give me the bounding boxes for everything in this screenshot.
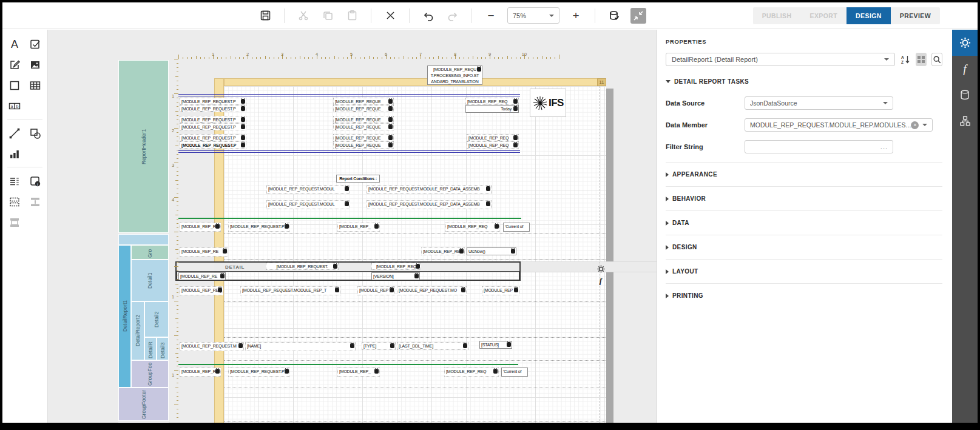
checkbox-control-icon[interactable] [25, 36, 45, 53]
report-field[interactable]: [MODULE_REP_REQ [371, 263, 421, 270]
report-field[interactable]: [MODULE_REP_REQUEST.M [180, 342, 244, 351]
report-logo-box[interactable]: IFS [530, 89, 566, 117]
line-control-icon[interactable] [5, 125, 24, 142]
copy-icon[interactable] [320, 8, 336, 24]
save-icon[interactable] [257, 8, 273, 24]
band-label-detailr[interactable]: DetailR [144, 337, 157, 360]
report-field[interactable]: [MODULE_REP_REQUEST.P [180, 134, 246, 141]
section-data[interactable]: DATA [666, 212, 942, 233]
report-field[interactable]: [MODULE_REP_REQUEST.P [180, 141, 246, 149]
report-field[interactable]: [MODULE_REP_REQ [445, 223, 500, 232]
report-field[interactable]: [MODULE_REP_ [337, 223, 380, 232]
zoom-in-icon[interactable]: + [568, 8, 584, 24]
validate-icon[interactable] [606, 8, 622, 24]
paste-icon[interactable] [344, 8, 360, 24]
report-field[interactable]: [MODULE_REP_REQ [180, 286, 223, 295]
report-field[interactable]: [MODULE_REP_REQU T.PROCESSING_INFO.ST AN… [427, 66, 482, 85]
report-line[interactable] [178, 218, 521, 219]
redo-icon[interactable] [445, 8, 461, 24]
report-field[interactable]: UtcNow() [467, 247, 516, 255]
report-line[interactable] [178, 150, 520, 153]
section-behavior[interactable]: BEHAVIOR [666, 188, 942, 209]
report-field[interactable]: [MODULE_REP_REQUEST.MODULE_REP_DATA_ASSE… [367, 185, 492, 194]
report-field[interactable]: [MODULE_REP_RE [421, 247, 465, 255]
report-field[interactable]: [MODULE_REP_REQUEST.P [180, 98, 246, 105]
band-label-detail[interactable] [118, 234, 169, 245]
character-comb-control-icon[interactable]: ab [5, 98, 24, 115]
band-settings-gear-icon[interactable] [596, 264, 606, 274]
report-field[interactable]: [MODULE_REP_REQUEST.MODUL [266, 200, 350, 209]
report-field[interactable]: Today [465, 105, 519, 113]
undo-icon[interactable] [421, 8, 436, 24]
section-design[interactable]: DESIGN [666, 237, 942, 258]
data-member-select[interactable]: MODULE_REP_REQUEST.MODULE_REP.MODULES...… [745, 118, 933, 132]
band-label-detailreport2[interactable]: DetailReport2 [131, 301, 144, 360]
report-field[interactable]: [NAME] [245, 342, 356, 351]
report-field[interactable]: [VERSION] [371, 272, 420, 280]
report-field[interactable]: [MODULE_REP_REQUEST.MODULE_REP_DATA_ASSE… [367, 200, 492, 209]
delete-icon[interactable] [382, 8, 398, 24]
report-field[interactable]: [STATUS] [479, 341, 512, 349]
cross-band-box-control-icon[interactable] [5, 214, 24, 231]
table-frame[interactable] [177, 271, 519, 280]
report-field[interactable]: [MODULE_REP_REQUEST.MO [397, 286, 467, 295]
report-field[interactable]: [MODULE_REP [482, 286, 519, 295]
section-appearance[interactable]: APPEARANCE [666, 164, 942, 185]
settings-gear-icon[interactable] [952, 30, 978, 56]
sort-az-icon[interactable]: AZ [900, 53, 911, 66]
data-source-database-icon[interactable] [952, 82, 978, 108]
report-field[interactable]: [MODULE_REP_REQUEST.MODUL [266, 185, 350, 194]
report-field[interactable]: [MODULE_REP_REQUE [333, 105, 394, 112]
band-expression-fx-icon[interactable]: f [596, 276, 606, 286]
page-info-control-icon[interactable]: i [25, 173, 45, 190]
zoom-out-icon[interactable]: − [483, 8, 499, 24]
cut-icon[interactable] [296, 8, 311, 24]
report-field[interactable]: 'Current of Total' [501, 368, 528, 377]
search-icon[interactable] [931, 53, 942, 66]
design-canvas[interactable]: 11 DETAIL IFS f ReportHeader1DetailRepor… [48, 30, 657, 423]
report-field[interactable]: [MODULE_REP_REQUE [333, 123, 394, 130]
ellipsis-button[interactable]: ... [880, 143, 888, 150]
report-field[interactable]: [MODULE_REP_RE [178, 272, 226, 280]
report-field[interactable]: [MODULE_REP_REQUEST. [266, 263, 339, 270]
report-field[interactable]: [MODULE_REP_REQUE [333, 116, 394, 123]
report-field[interactable]: [MODULE_REP_REQUEST.P [228, 223, 290, 232]
control-selector[interactable]: DetailReport1 (Detail Report) [666, 53, 895, 66]
section-layout[interactable]: LAYOUT [666, 261, 942, 282]
preview-tab[interactable]: PREVIEW [891, 7, 940, 24]
report-field[interactable]: [MODULE_REP_REQUE [333, 134, 394, 141]
design-tab[interactable]: DESIGN [847, 7, 891, 24]
fullscreen-toggle-icon[interactable] [630, 8, 646, 24]
section-detail-report-tasks[interactable]: DETAIL REPORT TASKS [666, 71, 942, 92]
report-field[interactable]: [MODULE_REP_REQUEST.P [180, 123, 246, 130]
zoom-level-select[interactable]: 75% [507, 7, 559, 24]
report-line[interactable] [178, 364, 518, 365]
label-control-icon[interactable]: A [5, 36, 24, 53]
report-explorer-sitemap-icon[interactable] [952, 108, 978, 134]
section-printing[interactable]: PRINTING [666, 285, 942, 306]
report-field[interactable]: [MODULE_REP_REQUEST.MODULE_REP_T [240, 286, 340, 295]
report-field[interactable]: Report Conditions : [336, 175, 380, 183]
band-label-groupfoo[interactable]: GroupFoo [131, 360, 169, 388]
report-field[interactable]: [MODULE_REP [357, 286, 395, 295]
export-button[interactable]: EXPORT [801, 7, 847, 24]
page-break-control-icon[interactable] [5, 193, 24, 210]
filter-string-input[interactable]: ... [745, 140, 893, 153]
report-field[interactable]: [MODULE_REP_REQ [467, 141, 519, 149]
table-of-contents-control-icon[interactable] [5, 173, 24, 190]
report-field[interactable]: [MODULE_REP_REQUE [333, 98, 394, 105]
data-source-select[interactable]: JsonDataSource [745, 96, 893, 110]
band-label-detail3[interactable]: Detail3 [157, 337, 169, 360]
band-label-detail1[interactable]: Detail1 [131, 260, 169, 301]
report-field[interactable]: [MODULE_REP_RE [180, 223, 221, 232]
band-label-groupfooter[interactable]: GroupFooter [118, 388, 169, 421]
band-label-detail[interactable] [118, 422, 169, 423]
publish-button[interactable]: PUBLISH [753, 7, 801, 24]
report-field[interactable]: [MODULE_REP_RE [180, 368, 221, 377]
chart-control-icon[interactable] [5, 146, 24, 163]
report-field[interactable]: [MODULE_REP_REQUEST.P [180, 105, 246, 112]
band-label-reportheader1[interactable]: ReportHeader1 [118, 60, 169, 233]
report-field[interactable]: [MODULE_REP_REQUEST.P [228, 368, 290, 377]
band-label-gro[interactable]: Gro [131, 245, 169, 260]
report-field[interactable]: [MODULE_REP_REQUEST.P [180, 116, 246, 123]
